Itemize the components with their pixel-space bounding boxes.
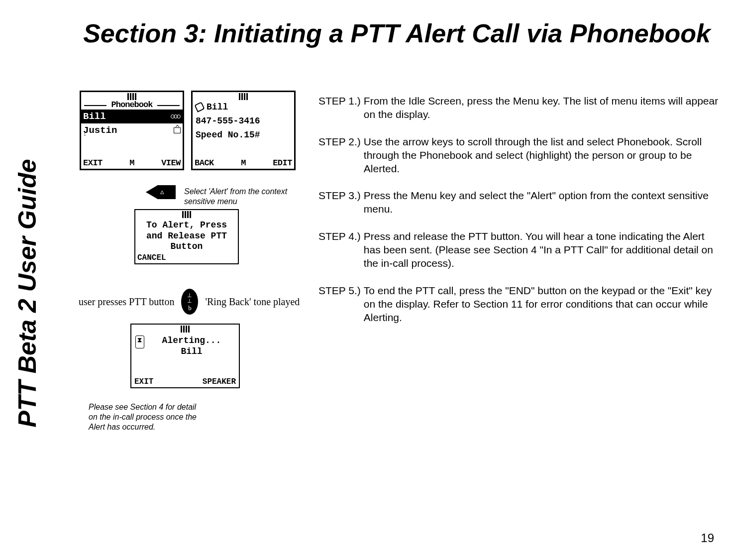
page-number: 19 bbox=[701, 531, 714, 545]
step-row: STEP 4.) Press and release the PTT butto… bbox=[318, 230, 724, 270]
signal-icon bbox=[239, 93, 248, 100]
alerting-line1: Alerting... bbox=[148, 336, 235, 346]
step-body: Press the Menu key and select the "Alert… bbox=[361, 189, 724, 216]
phonebook-row: Justin bbox=[81, 123, 183, 137]
hourglass-icon bbox=[135, 336, 144, 348]
signal-icon bbox=[182, 211, 191, 218]
guide-title-sidebar: PTT Beta 2 User Guide bbox=[13, 159, 42, 427]
step-row: STEP 5.) To end the PTT call, press the … bbox=[318, 284, 724, 325]
ptt-button-icon: ⊥⊥b bbox=[181, 289, 198, 315]
softkey-exit[interactable]: EXIT bbox=[83, 158, 103, 168]
step-row: STEP 1.) From the Idle Screen, press the… bbox=[318, 95, 724, 121]
section-title: Section 3: Initiating a PTT Alert Call v… bbox=[75, 19, 719, 49]
alerting-line2: Bill bbox=[148, 346, 235, 357]
softkey-view[interactable]: VIEW bbox=[161, 158, 181, 168]
alert-line3: Button bbox=[138, 241, 235, 252]
phonebook-name-justin: Justin bbox=[83, 125, 117, 136]
phonebook-selected-row: Bill bbox=[81, 110, 183, 123]
contact-detail-screen: Bill 847-555-3416 Speed No.15# BACK M ED… bbox=[191, 91, 296, 170]
signal-icon bbox=[127, 93, 136, 100]
detail-name: Bill bbox=[207, 102, 228, 112]
detail-number: 847-555-3416 bbox=[196, 116, 260, 126]
contact-icon bbox=[172, 114, 181, 118]
steps-column: STEP 1.) From the Idle Screen, press the… bbox=[318, 95, 724, 338]
step-label: STEP 1.) bbox=[318, 95, 361, 121]
ptt-right-caption: 'Ring Back' tone played bbox=[205, 296, 300, 308]
step-label: STEP 5.) bbox=[318, 284, 361, 325]
step-label: STEP 2.) bbox=[318, 135, 361, 176]
softkey-exit[interactable]: EXIT bbox=[134, 377, 153, 386]
step-label: STEP 4.) bbox=[318, 230, 361, 270]
step-body: Press and release the PTT button. You wi… bbox=[361, 230, 724, 270]
context-arrow-icon bbox=[146, 185, 176, 199]
alert-prompt-screen: To Alert, Press and Release PTT Button C… bbox=[134, 209, 239, 264]
ptt-left-caption: user presses PTT button bbox=[79, 296, 174, 308]
softkey-menu[interactable]: M bbox=[129, 158, 134, 168]
context-menu-note: Select 'Alert' from the context sensitiv… bbox=[184, 187, 314, 207]
alert-line2: and Release PTT bbox=[138, 231, 235, 242]
step-row: STEP 3.) Press the Menu key and select t… bbox=[318, 189, 724, 216]
phonebook-header: Phonebook bbox=[81, 100, 183, 110]
signal-icon bbox=[181, 326, 190, 333]
softkey-back[interactable]: BACK bbox=[195, 158, 214, 168]
detail-speed: Speed No.15# bbox=[196, 130, 260, 140]
phonebook-name-bill: Bill bbox=[83, 111, 106, 122]
softkey-edit[interactable]: EDIT bbox=[273, 158, 292, 168]
step-body: Use the arrow keys to scroll through the… bbox=[361, 135, 724, 176]
phonebook-list-screen: Phonebook Bill Justin EXIT M VIEW bbox=[80, 91, 184, 170]
step-label: STEP 3.) bbox=[318, 189, 361, 216]
device-icon bbox=[174, 127, 181, 133]
softkey-cancel[interactable]: CANCEL bbox=[135, 253, 238, 263]
step-body: From the Idle Screen, press the Menu key… bbox=[361, 95, 724, 121]
alerting-screen: Alerting... Bill EXIT SPEAKER bbox=[130, 324, 240, 388]
footnote: Please see Section 4 for detail on the i… bbox=[89, 402, 198, 432]
phone-icon bbox=[194, 102, 205, 112]
softkey-menu[interactable]: M bbox=[241, 158, 246, 168]
step-body: To end the PTT call, press the "END" but… bbox=[361, 284, 724, 325]
step-row: STEP 2.) Use the arrow keys to scroll th… bbox=[318, 135, 724, 176]
alert-line1: To Alert, Press bbox=[138, 220, 235, 231]
softkey-speaker[interactable]: SPEAKER bbox=[203, 377, 236, 386]
